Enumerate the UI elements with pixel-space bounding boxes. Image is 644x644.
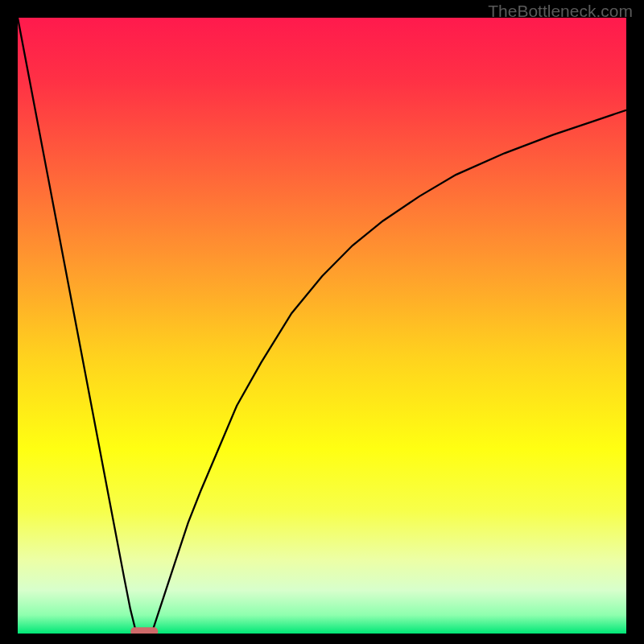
optimal-marker: [130, 627, 158, 634]
chart-frame: TheBottleneck.com: [0, 0, 644, 644]
bottleneck-chart: [18, 18, 626, 634]
gradient-background: [18, 18, 626, 634]
